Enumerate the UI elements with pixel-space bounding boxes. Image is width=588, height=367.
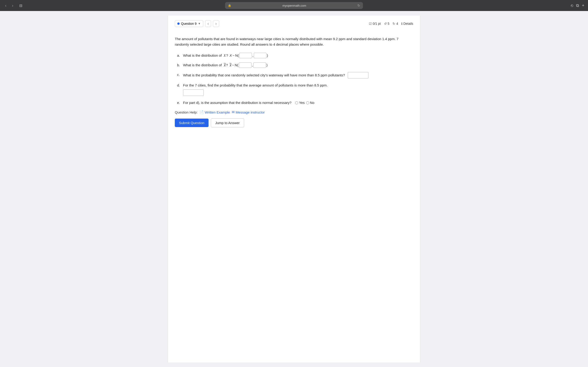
no-label: No [310,100,314,106]
document-icon: 📄 [199,110,204,114]
details-info: ℹ Details [401,22,413,25]
part-e-text: For part d), is the assumption that the … [183,100,292,106]
part-a-n: N( [235,53,239,58]
next-question-button[interactable]: › [213,20,219,27]
check-icon: ☑ [369,22,372,25]
info-icon: ℹ [401,22,402,25]
prev-question-button[interactable]: ‹ [205,20,211,27]
question-parts: a. What is the distribution of X? X ~ N(… [177,53,413,106]
yes-label: Yes [299,100,304,106]
message-instructor-label: Message instructor [236,110,265,114]
forward-button[interactable]: › [10,2,15,9]
part-d-label: d. [177,83,182,88]
page-wrapper: Question 9 ▼ ‹ › ☑ 0/1 pt ↺ 5 ↻ 4 [0,11,588,367]
part-a-var: X [224,53,226,58]
part-b-close: ) [267,62,268,68]
window-button[interactable]: ⧉ [576,3,579,8]
browser-actions: ⎋ ⧉ + [571,3,584,8]
question-text: The amount of pollutants that are found … [175,36,413,47]
part-e-content: For part d), is the assumption that the … [183,100,314,106]
part-e-label: e. [177,100,182,106]
part-d-input[interactable] [183,90,204,96]
part-a-var2: X [229,53,232,58]
sync-info: ↻ 4 [393,22,398,25]
email-icon: ✉ [232,110,235,114]
score-info: ☑ 0/1 pt [369,22,381,25]
part-b-xbar: x̄ [224,62,225,68]
message-instructor-link[interactable]: ✉ Message instructor [232,110,265,114]
chevron-down-icon: ▼ [198,22,201,25]
part-d-text: For the 7 cities, find the probability t… [183,83,328,88]
part-c-text: What is the probability that one randoml… [183,73,345,78]
part-a-input1[interactable] [239,53,252,58]
question-selector[interactable]: Question 9 ▼ [175,20,203,27]
question-label: Question 9 [181,22,197,25]
part-d-content: For the 7 cities, find the probability t… [183,83,328,96]
sync-icon: ↻ [393,22,395,25]
toolbar-right: ☑ 0/1 pt ↺ 5 ↻ 4 ℹ Details [369,22,413,25]
part-b-n: N( [235,62,238,68]
details-link[interactable]: Details [403,22,413,25]
toolbar-left: Question 9 ▼ ‹ › [175,20,219,27]
part-a-label: a. [177,53,182,58]
lock-icon: 🔒 [228,4,231,7]
part-b-input2[interactable] [253,62,266,68]
sidebar-toggle-button[interactable]: ⊟ [17,2,24,9]
history-icon: ↺ [384,22,387,25]
no-radio[interactable] [306,101,309,104]
part-e: e. For part d), is the assumption that t… [177,100,413,106]
part-b-input1[interactable] [239,62,251,68]
part-b-label: b. [177,62,182,68]
part-b-xbar2: x̄ [229,62,231,68]
part-a: a. What is the distribution of X? X ~ N(… [177,53,413,58]
part-c-input[interactable] [348,72,368,78]
action-buttons: Submit Question Jump to Answer [175,118,413,127]
yes-radio[interactable] [295,101,298,104]
submit-question-button[interactable]: Submit Question [175,119,208,127]
part-a-text-before: What is the distribution of [183,53,222,58]
yes-radio-group: Yes [295,100,304,106]
question-dot [177,23,180,25]
new-tab-button[interactable]: + [582,3,584,8]
part-a-comma: , [252,53,253,58]
part-c-label: c. [177,72,182,77]
reload-button[interactable]: ↻ [357,4,360,7]
share-button[interactable]: ⎋ [571,3,573,8]
part-a-input2[interactable] [254,53,267,58]
history-count: 5 [388,22,389,25]
written-example-label: Written Example [205,110,230,114]
history-info: ↺ 5 [384,22,389,25]
part-a-close: ) [267,53,268,58]
score-value: 0/1 pt [373,22,381,25]
question-help: Question Help: 📄 Written Example ✉ Messa… [175,110,413,114]
no-radio-group: No [306,100,314,106]
part-c: c. What is the probability that one rand… [177,72,413,78]
part-b-content: What is the distribution of x̄? x̄ ~ N( … [183,62,268,68]
back-button[interactable]: ‹ [4,2,8,9]
url-text: myopenmath.com [233,4,355,7]
part-a-content: What is the distribution of X? X ~ N( , … [183,53,268,58]
part-b: b. What is the distribution of x̄? x̄ ~ … [177,62,413,68]
content-area: Question 9 ▼ ‹ › ☑ 0/1 pt ↺ 5 ↻ 4 [168,16,420,362]
browser-chrome: ‹ › ⊟ 🔒 myopenmath.com ↻ ⎋ ⧉ + [0,0,588,11]
toolbar: Question 9 ▼ ‹ › ☑ 0/1 pt ↺ 5 ↻ 4 [175,20,413,29]
address-bar: 🔒 myopenmath.com ↻ [225,2,363,9]
part-b-comma: , [252,62,253,68]
sync-count: 4 [396,22,398,25]
jump-to-answer-button[interactable]: Jump to Answer [211,118,244,127]
part-d: d. For the 7 cities, find the probabilit… [177,83,413,96]
help-label: Question Help: [175,110,198,114]
part-c-content: What is the probability that one randoml… [183,72,368,78]
part-b-text-before: What is the distribution of [183,62,222,68]
written-example-link[interactable]: 📄 Written Example [199,110,230,114]
